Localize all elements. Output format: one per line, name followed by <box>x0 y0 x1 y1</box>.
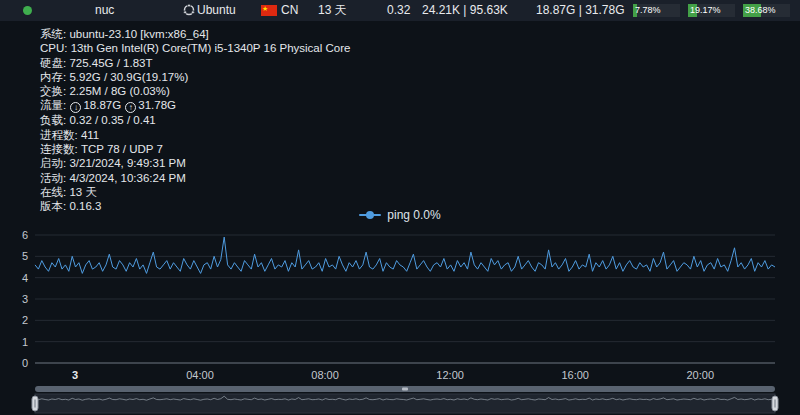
info-line: CPU: 13th Gen Intel(R) Core(TM) i5-1340P… <box>40 41 350 55</box>
ping-line-chart: 0123456304:0008:0012:0016:0020:00 <box>0 226 800 415</box>
download-circle-icon: ↓ <box>70 102 81 113</box>
info-line: 系统: ubuntu-23.10 [kvm:x86_64] <box>40 27 350 41</box>
x-axis-tick-label: 3 <box>72 369 78 381</box>
x-axis-tick-label: 16:00 <box>561 369 589 381</box>
cpu-gauge-label: 7.78% <box>635 4 661 17</box>
legend-label: ping 0.0% <box>387 208 440 222</box>
y-axis-tick-label: 0 <box>22 357 28 369</box>
traffic-value: 18.87G | 31.78G <box>536 0 625 21</box>
load-value: 0.32 <box>387 0 410 21</box>
y-axis-tick-label: 6 <box>22 229 28 241</box>
cpu-gauge: 7.78% <box>633 4 680 17</box>
y-axis-tick-label: 1 <box>22 336 28 348</box>
info-line: 启动: 3/21/2024, 9:49:31 PM <box>40 156 350 170</box>
memory-gauge: 19.17% <box>688 4 735 17</box>
x-axis-tick-label: 04:00 <box>186 369 214 381</box>
ubuntu-icon <box>183 4 195 16</box>
info-line: 进程数: 411 <box>40 128 350 142</box>
info-line: 在线: 13 天 <box>40 185 350 199</box>
y-axis-tick-label: 4 <box>22 272 28 284</box>
chart-legend[interactable]: ping 0.0% <box>0 208 800 222</box>
uptime-value: 13 天 <box>318 0 347 21</box>
datazoom-scrollbar-grip[interactable] <box>402 388 408 391</box>
location-label: CN <box>281 0 298 21</box>
ping-series-line <box>35 237 775 273</box>
os-label: Ubuntu <box>197 0 236 21</box>
legend-line-marker-icon <box>359 211 381 219</box>
cn-flag-icon: ★ <box>261 5 277 16</box>
x-axis-tick-label: 12:00 <box>436 369 464 381</box>
server-name: nuc <box>95 0 114 21</box>
info-line: 负载: 0.32 / 0.35 / 0.41 <box>40 113 350 127</box>
upload-circle-icon: ↑ <box>125 102 136 113</box>
info-line: 流量: ↓18.87G ↑31.78G <box>40 98 350 113</box>
info-line: 硬盘: 725.45G / 1.83T <box>40 56 350 70</box>
y-axis-tick-label: 5 <box>22 250 28 262</box>
memory-gauge-label: 19.17% <box>690 4 721 17</box>
datazoom-navigator[interactable] <box>35 394 775 413</box>
disk-gauge: 38.68% <box>743 4 790 17</box>
x-axis-tick-label: 08:00 <box>311 369 339 381</box>
info-line: 活动: 4/3/2024, 10:36:24 PM <box>40 171 350 185</box>
info-line: 交换: 2.25M / 8G (0.03%) <box>40 84 350 98</box>
info-line: 连接数: TCP 78 / UDP 7 <box>40 142 350 156</box>
online-status-icon <box>23 6 32 15</box>
y-axis-tick-label: 2 <box>22 314 28 326</box>
x-axis-tick-label: 20:00 <box>686 369 714 381</box>
server-row[interactable]: nuc Ubuntu ★ CN 13 天 0.32 24.21K | 95.63… <box>0 0 800 21</box>
y-axis-tick-label: 3 <box>22 293 28 305</box>
server-details: 系统: ubuntu-23.10 [kvm:x86_64]CPU: 13th G… <box>40 27 350 214</box>
net-speed-value: 24.21K | 95.63K <box>422 0 508 21</box>
info-line: 内存: 5.92G / 30.9G(19.17%) <box>40 70 350 84</box>
disk-gauge-label: 38.68% <box>745 4 776 17</box>
